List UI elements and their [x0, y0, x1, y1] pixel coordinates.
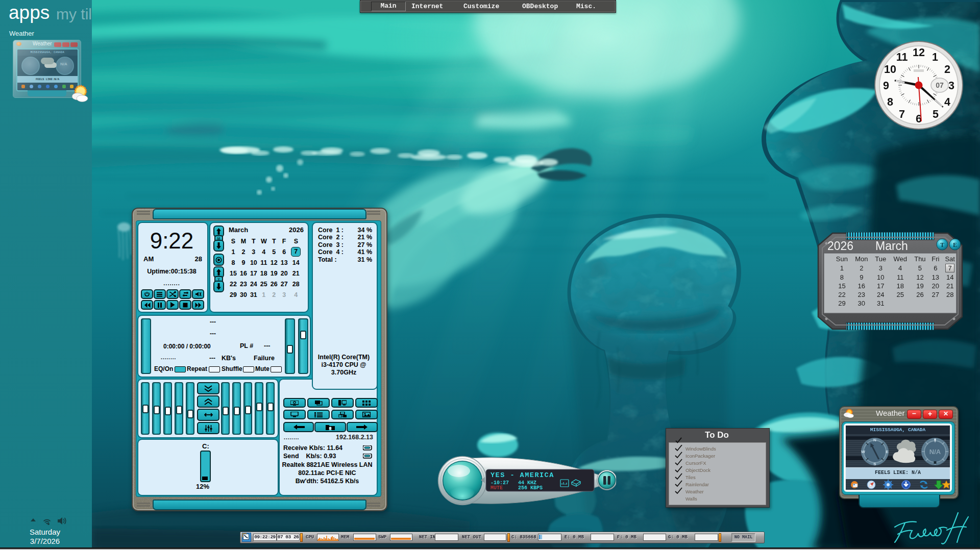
svg-text:7: 7: [899, 108, 905, 120]
svg-text:E: E: [953, 241, 957, 248]
svg-text:S: S: [873, 462, 876, 466]
svg-text:MUTE: MUTE: [491, 485, 503, 491]
svg-text:11: 11: [896, 51, 908, 63]
svg-text:256 KBPS: 256 KBPS: [518, 485, 543, 491]
svg-text:9: 9: [883, 80, 889, 92]
svg-text:5: 5: [933, 108, 939, 120]
svg-text:4: 4: [944, 96, 950, 108]
svg-text:2: 2: [944, 63, 950, 76]
svg-text:8: 8: [887, 96, 893, 108]
svg-text:W: W: [861, 449, 865, 454]
svg-text:10: 10: [884, 63, 896, 76]
svg-text:1: 1: [932, 51, 938, 63]
svg-text:3: 3: [948, 80, 954, 92]
svg-text:N: N: [873, 438, 876, 442]
svg-text:07: 07: [936, 81, 944, 89]
svg-text:T: T: [940, 241, 944, 248]
svg-text:12: 12: [913, 46, 925, 59]
svg-text:E: E: [886, 449, 889, 454]
svg-text:YES - AMERICA: YES - AMERICA: [491, 471, 554, 479]
svg-text:N/A: N/A: [929, 448, 941, 456]
